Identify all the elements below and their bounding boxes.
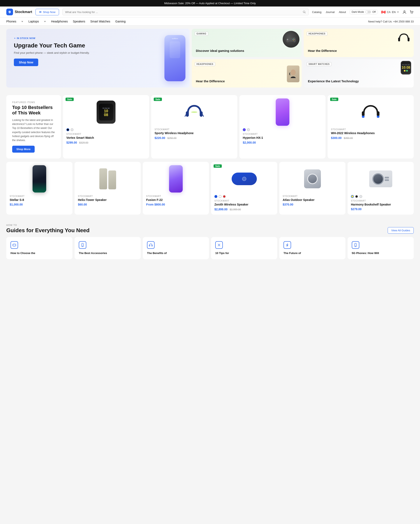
header-icons bbox=[402, 10, 414, 14]
header-shop-now-button[interactable]: Shop Now bbox=[35, 9, 59, 15]
cart-icon[interactable] bbox=[410, 10, 414, 14]
color-option[interactable] bbox=[355, 195, 358, 198]
color-option[interactable] bbox=[351, 195, 354, 198]
gaming-label: GAMING bbox=[195, 32, 208, 36]
products-grid-row1: FEATURED ITEMS Top 10 Bestsellers of Thi… bbox=[6, 95, 414, 158]
product-image-harmony bbox=[351, 165, 410, 192]
product-atlas: STOCKMART Atlas Outdoor Speaker $370.00 bbox=[279, 162, 345, 215]
sale-badge: Sale bbox=[330, 98, 338, 101]
phone-graphic bbox=[165, 35, 185, 81]
guides-section: HOW TO Guides for Everything You Need Vi… bbox=[0, 219, 420, 264]
svg-point-13 bbox=[293, 39, 293, 40]
controller-image bbox=[283, 31, 299, 48]
product-image-sporty bbox=[155, 98, 234, 126]
color-option[interactable] bbox=[66, 128, 69, 131]
svg-rect-21 bbox=[377, 111, 379, 116]
cat-gaming[interactable]: Gaming bbox=[115, 20, 126, 23]
guide-title-4: 10 Tips for bbox=[215, 251, 273, 255]
hero-phone-image bbox=[165, 29, 185, 87]
svg-rect-22 bbox=[362, 116, 365, 118]
color-option[interactable] bbox=[359, 195, 362, 198]
hero-right-cards: GAMING Discover ideal gaming solutions H… bbox=[192, 29, 302, 87]
guide-card-5[interactable]: The Future of bbox=[279, 237, 345, 259]
search-icon bbox=[303, 10, 306, 14]
product-price: From $800.00 bbox=[146, 203, 206, 206]
product-name: Zenith Wireless Speaker bbox=[214, 203, 274, 206]
product-image-zenith bbox=[214, 165, 274, 192]
user-icon[interactable] bbox=[402, 10, 407, 14]
product-pricing: $2,899.00 $2,999.00 bbox=[214, 207, 274, 211]
flag-icon: 🇨🇦 bbox=[381, 10, 385, 14]
guides-grid: How to Choose the The Best Accessories bbox=[6, 237, 414, 259]
svg-point-27 bbox=[15, 245, 15, 245]
nav-about[interactable]: About bbox=[339, 10, 346, 14]
laptops-chevron-icon bbox=[44, 20, 46, 22]
color-option[interactable] bbox=[70, 128, 73, 131]
headphones-person-image bbox=[287, 60, 299, 87]
toggle-switch[interactable] bbox=[365, 10, 371, 13]
color-option[interactable] bbox=[219, 195, 222, 198]
svg-rect-20 bbox=[362, 111, 365, 116]
cat-speakers[interactable]: Speakers bbox=[73, 20, 85, 23]
search-input[interactable] bbox=[65, 10, 301, 14]
svg-point-14 bbox=[291, 70, 296, 75]
featured-text-card: FEATURED ITEMS Top 10 Bestsellers of Thi… bbox=[6, 95, 61, 158]
guide-card-2[interactable]: The Best Accessories bbox=[75, 237, 141, 259]
product-name: Sporty Wireless Headphone bbox=[155, 131, 234, 135]
color-option[interactable] bbox=[243, 128, 246, 131]
product-zenith: Sale STOCKMART Zenith Wireless Speaker $… bbox=[211, 162, 277, 215]
brand-label: STOCKMART bbox=[243, 133, 322, 135]
product-pricing: $300.00 $350.00 bbox=[331, 136, 410, 140]
dark-mode-toggle[interactable]: Dark Mode Off bbox=[349, 9, 378, 15]
hero-shop-now-button[interactable]: Shop Now bbox=[14, 59, 38, 66]
view-all-guides-button[interactable]: View All Guides bbox=[388, 227, 414, 234]
menu-icon bbox=[39, 11, 42, 13]
svg-rect-16 bbox=[408, 38, 410, 41]
hero-main-card: IN STOCK NOW Upgrade Your Tech Game Find… bbox=[6, 29, 190, 87]
svg-rect-17 bbox=[186, 111, 189, 117]
cat-smart-watches[interactable]: Smart Watches bbox=[90, 20, 110, 23]
sale-badge: Sale bbox=[66, 98, 74, 101]
color-option[interactable] bbox=[223, 195, 226, 198]
svg-point-7 bbox=[412, 13, 413, 14]
headphones-label-2: HEADPHONES bbox=[306, 32, 327, 36]
product-image-fusion bbox=[146, 165, 206, 192]
guide-title-3: The Benefits of bbox=[147, 251, 205, 255]
cat-headphones[interactable]: Headphones bbox=[51, 20, 68, 23]
category-nav-items: Phones Laptops Headphones Speakers Smart… bbox=[6, 20, 126, 23]
section-title: Top 10 Bestsellers of This Week bbox=[12, 105, 55, 116]
cat-laptops[interactable]: Laptops bbox=[28, 20, 39, 23]
lightning-icon bbox=[283, 241, 291, 249]
product-fusion: STOCKMART Fusion F-22 From $800.00 bbox=[143, 162, 209, 215]
lang-selector[interactable]: EN bbox=[392, 10, 396, 14]
sale-badge: Sale bbox=[154, 98, 162, 101]
guide-title-6: 5G Phones: How Will bbox=[352, 251, 410, 255]
guide-card-3[interactable]: The Benefits of bbox=[143, 237, 209, 259]
svg-rect-18 bbox=[200, 111, 203, 117]
guide-card-4[interactable]: 10 Tips for bbox=[211, 237, 277, 259]
color-option[interactable] bbox=[214, 195, 217, 198]
gamepad-icon bbox=[10, 241, 18, 249]
nav-journal[interactable]: Journal bbox=[326, 10, 335, 14]
svg-point-12 bbox=[293, 40, 294, 40]
hero-watch-column: HEADPHONES Hear the Difference SMART WAT… bbox=[304, 29, 414, 87]
color-option[interactable] bbox=[247, 128, 250, 131]
headphones-image bbox=[396, 31, 411, 45]
products-section: FEATURED ITEMS Top 10 Bestsellers of Thi… bbox=[0, 91, 420, 219]
product-vortex-smartwatch: Sale Fri Oct 18 10 08 STOCKMART Vo bbox=[63, 95, 149, 158]
cat-phones[interactable]: Phones bbox=[6, 20, 16, 23]
brand-label: STOCKMART bbox=[283, 195, 342, 197]
nav-catalog[interactable]: Catalog bbox=[312, 10, 322, 14]
phone2-icon bbox=[352, 241, 359, 249]
product-pricing: $220.00 $250.00 bbox=[155, 136, 234, 140]
product-pricing: $299.00 $329.00 bbox=[66, 141, 146, 144]
product-harmony: STOCKMART Harmony Bookshelf Speaker $279… bbox=[348, 162, 414, 215]
guide-card-6[interactable]: 5G Phones: How Will bbox=[348, 237, 414, 259]
svg-point-10 bbox=[293, 38, 294, 39]
guide-card-1[interactable]: How to Choose the bbox=[6, 237, 72, 259]
shop-more-button[interactable]: Shop More bbox=[12, 146, 35, 153]
logo: Stockmart bbox=[6, 9, 32, 15]
hero-main-description: Find your perfect phone — sleek and styl… bbox=[14, 51, 182, 54]
svg-point-28 bbox=[15, 245, 16, 245]
headphones-icon bbox=[147, 241, 155, 249]
